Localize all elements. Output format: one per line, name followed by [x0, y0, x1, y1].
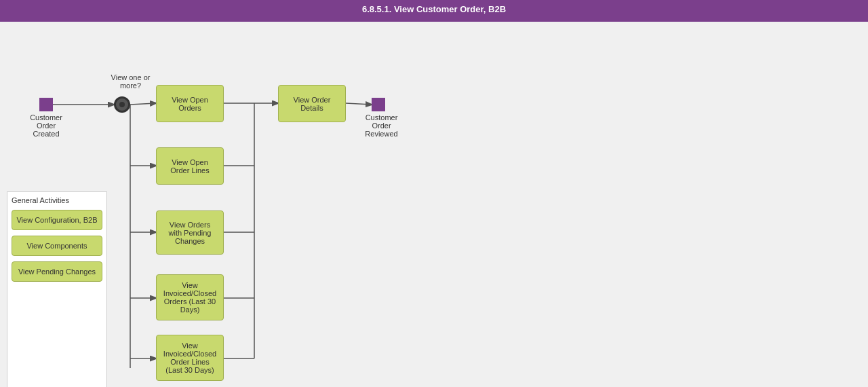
view-open-order-lines[interactable]: View OpenOrder Lines — [156, 147, 224, 185]
fork-label: View one ormore? — [105, 73, 156, 90]
fork-inner — [119, 102, 125, 107]
view-invoiced-closed[interactable]: View Invoiced/ClosedOrders (Last 30Days) — [156, 274, 224, 320]
activity-view-pending[interactable]: View Pending Changes — [12, 261, 102, 282]
svg-line-14 — [346, 103, 372, 105]
view-invoiced-closed-label: View Invoiced/ClosedOrders (Last 30Days) — [159, 281, 220, 314]
view-open-order-lines-label: View OpenOrder Lines — [170, 158, 209, 174]
view-order-details[interactable]: View OrderDetails — [278, 85, 346, 122]
title-text: 6.8.5.1. View Customer Order, B2B — [362, 4, 506, 14]
general-activities-panel: General Activities View Configuration, B… — [7, 191, 107, 387]
view-orders-pending[interactable]: View Orderswith PendingChanges — [156, 210, 224, 255]
view-open-orders[interactable]: View OpenOrders — [156, 85, 224, 122]
end-node — [372, 98, 385, 111]
activity-view-config[interactable]: View Configuration, B2B — [12, 210, 102, 230]
canvas: CustomerOrderCreated View one ormore? Cu… — [0, 22, 868, 387]
view-open-orders-label: View OpenOrders — [172, 96, 208, 112]
general-activities-title: General Activities — [12, 196, 102, 204]
start-label: CustomerOrderCreated — [26, 113, 66, 138]
view-invoiced-closed-lines-label: View Invoiced/ClosedOrder Lines(Last 30 … — [159, 342, 220, 374]
activity-view-components[interactable]: View Components — [12, 236, 102, 256]
title-bar: 6.8.5.1. View Customer Order, B2B — [0, 0, 868, 22]
svg-line-1 — [130, 103, 156, 105]
view-invoiced-closed-lines[interactable]: View Invoiced/ClosedOrder Lines(Last 30 … — [156, 335, 224, 381]
fork-node — [114, 96, 130, 113]
view-order-details-label: View OrderDetails — [294, 96, 331, 112]
view-orders-pending-label: View Orderswith PendingChanges — [169, 221, 212, 245]
end-label: CustomerOrderReviewed — [359, 113, 403, 138]
start-node — [39, 98, 53, 111]
